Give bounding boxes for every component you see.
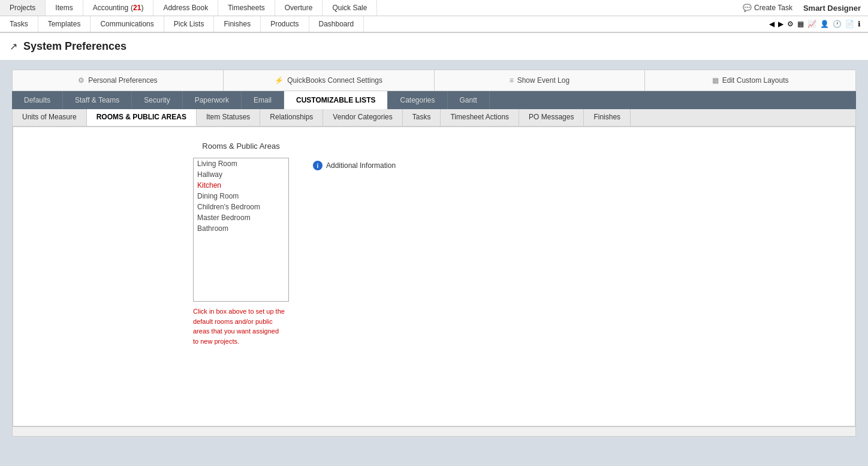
clock-icon[interactable]: 🕐 xyxy=(833,20,842,28)
tab-panel-wrapper: Units of Measure ROOMS & PUBLIC AREAS It… xyxy=(12,109,856,437)
content-panel: Rooms & Public Areas Living Room Hallway… xyxy=(13,127,855,426)
subtab-timesheet-actions[interactable]: Timesheet Actions xyxy=(441,109,519,126)
tab-personal-preferences[interactable]: ⚙ Personal Preferences xyxy=(13,70,224,91)
nav-projects[interactable]: Projects xyxy=(0,0,46,16)
rooms-side-panel: i Additional Information xyxy=(313,142,396,346)
room-dining-room[interactable]: Dining Room xyxy=(194,191,288,202)
room-kitchen[interactable]: Kitchen xyxy=(194,180,288,191)
preference-tabs: ⚙ Personal Preferences ⚡ QuickBooks Conn… xyxy=(12,70,856,91)
room-master-bedroom[interactable]: Master Bedroom xyxy=(194,212,288,223)
accounting-badge: 21 xyxy=(133,4,141,12)
nav-dashboard[interactable]: Dashboard xyxy=(309,16,364,32)
event-log-label: Show Event Log xyxy=(517,76,569,85)
room-living-room[interactable]: Living Room xyxy=(194,158,288,169)
sub-tabs: Units of Measure ROOMS & PUBLIC AREAS It… xyxy=(13,109,855,127)
subtab-tasks[interactable]: Tasks xyxy=(403,109,441,126)
top-navigation: Projects Items Accounting (21) Address B… xyxy=(0,0,868,33)
tab-quickbooks[interactable]: ⚡ QuickBooks Connect Settings xyxy=(224,70,435,91)
bottom-scrollbar[interactable] xyxy=(13,426,855,436)
additional-info-label: Additional Information xyxy=(326,161,396,170)
section-gantt[interactable]: Gantt xyxy=(448,91,490,109)
subtab-units-of-measure[interactable]: Units of Measure xyxy=(13,109,87,126)
lightning-icon: ⚡ xyxy=(275,76,284,85)
info-nav-icon[interactable]: ℹ xyxy=(858,20,861,28)
nav-timesheets[interactable]: Timesheets xyxy=(218,0,275,16)
nav-communications[interactable]: Communications xyxy=(91,16,164,32)
app-name: Smart Designer xyxy=(803,4,861,13)
nav-overture[interactable]: Overture xyxy=(275,0,323,16)
room-childrens-bedroom[interactable]: Children's Bedroom xyxy=(194,202,288,212)
list-icon: ≡ xyxy=(510,76,514,85)
page-header: ↗ System Preferences xyxy=(0,33,868,60)
accounting-label: Accounting xyxy=(93,4,128,12)
page-title: System Preferences xyxy=(23,40,126,53)
personal-pref-label: Personal Preferences xyxy=(88,76,157,85)
subtab-relationships[interactable]: Relationships xyxy=(260,109,323,126)
additional-info: i Additional Information xyxy=(313,161,396,170)
section-defaults[interactable]: Defaults xyxy=(12,91,63,109)
tab-event-log[interactable]: ≡ Show Event Log xyxy=(435,70,646,91)
section-tabs: Defaults Staff & Teams Security Paperwor… xyxy=(12,91,856,109)
create-task-label: Create Task xyxy=(754,4,792,12)
rooms-hint: Click in box above to set up the default… xyxy=(193,306,286,346)
section-staff-teams[interactable]: Staff & Teams xyxy=(63,91,132,109)
info-icon: i xyxy=(313,161,323,170)
subtab-item-statuses[interactable]: Item Statuses xyxy=(197,109,260,126)
section-paperwork[interactable]: Paperwork xyxy=(183,91,242,109)
nav-pick-lists[interactable]: Pick Lists xyxy=(164,16,215,32)
custom-layouts-label: Edit Custom Layouts xyxy=(722,76,789,85)
section-email[interactable]: Email xyxy=(242,91,284,109)
quickbooks-label: QuickBooks Connect Settings xyxy=(287,76,382,85)
main-content: ⚙ Personal Preferences ⚡ QuickBooks Conn… xyxy=(0,60,868,446)
subtab-rooms-public-areas[interactable]: ROOMS & PUBLIC AREAS xyxy=(87,109,197,126)
nav-finishes[interactable]: Finishes xyxy=(214,16,261,32)
external-link-icon[interactable]: ↗ xyxy=(10,41,17,52)
grid2-icon: ▦ xyxy=(712,76,719,85)
room-bathroom[interactable]: Bathroom xyxy=(194,223,288,234)
nav-row-1: Projects Items Accounting (21) Address B… xyxy=(0,0,868,16)
person-icon[interactable]: 👤 xyxy=(820,20,829,28)
rooms-listbox[interactable]: Living Room Hallway Kitchen Dining Room … xyxy=(193,158,289,302)
section-security[interactable]: Security xyxy=(132,91,182,109)
nav-quick-sale[interactable]: Quick Sale xyxy=(323,0,377,16)
chart-icon[interactable]: 📈 xyxy=(807,20,816,28)
room-hallway[interactable]: Hallway xyxy=(194,169,288,180)
nav-address-book[interactable]: Address Book xyxy=(153,0,218,16)
tab-custom-layouts[interactable]: ▦ Edit Custom Layouts xyxy=(645,70,855,91)
create-task-button[interactable]: 💬 Create Task xyxy=(737,1,798,14)
rooms-section: Rooms & Public Areas Living Room Hallway… xyxy=(13,127,855,360)
section-customizable-lists[interactable]: CUSTOMIZABLE LISTS xyxy=(284,91,388,109)
document-icon[interactable]: 📄 xyxy=(845,20,854,28)
nav-products[interactable]: Products xyxy=(261,16,309,32)
nav-accounting[interactable]: Accounting (21) xyxy=(83,0,154,16)
grid-icon[interactable]: ▦ xyxy=(797,20,804,28)
nav-arrow-right-icon[interactable]: ▶ xyxy=(778,20,783,28)
subtab-finishes[interactable]: Finishes xyxy=(584,109,631,126)
nav-tasks[interactable]: Tasks xyxy=(0,16,38,32)
nav-row-2: Tasks Templates Communications Pick List… xyxy=(0,16,868,32)
rooms-title: Rooms & Public Areas xyxy=(193,142,289,151)
nav-right-actions: 💬 Create Task Smart Designer xyxy=(730,0,868,16)
section-categories[interactable]: Categories xyxy=(388,91,447,109)
gear-icon: ⚙ xyxy=(78,76,85,85)
nav-templates[interactable]: Templates xyxy=(38,16,91,32)
chat-icon: 💬 xyxy=(743,4,752,12)
rooms-main: Rooms & Public Areas Living Room Hallway… xyxy=(193,142,289,346)
nav-arrow-left-icon[interactable]: ◀ xyxy=(769,20,774,28)
nav-items[interactable]: Items xyxy=(46,0,83,16)
subtab-vendor-categories[interactable]: Vendor Categories xyxy=(323,109,402,126)
settings-icon[interactable]: ⚙ xyxy=(787,20,794,28)
subtab-po-messages[interactable]: PO Messages xyxy=(519,109,584,126)
